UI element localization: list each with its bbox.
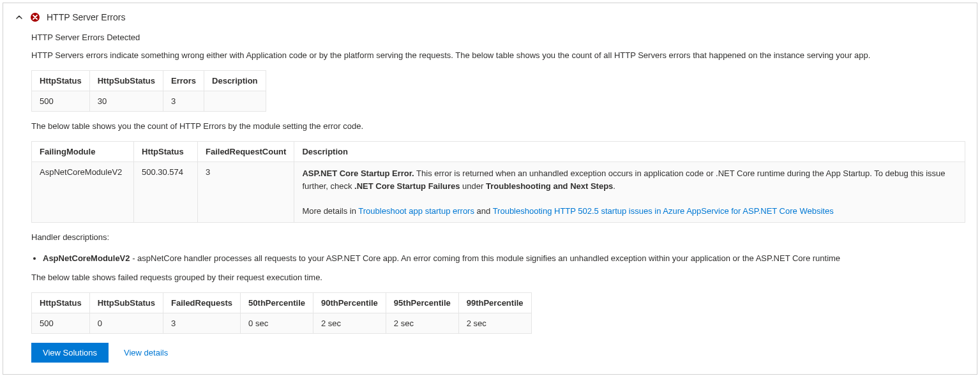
desc-text: .	[613, 181, 615, 191]
http-server-errors-panel: HTTP Server Errors HTTP Server Errors De…	[3, 3, 977, 375]
cell-95th: 2 sec	[386, 313, 458, 333]
col-description: Description	[204, 71, 266, 91]
desc-more-prefix: More details in	[302, 206, 358, 216]
table-row: 500 30 3	[32, 91, 266, 112]
troubleshoot-startup-link[interactable]: Troubleshoot app startup errors	[358, 206, 474, 216]
col-50th: 50thPercentile	[241, 292, 313, 313]
col-failedrequestcount: FailedRequestCount	[198, 142, 294, 162]
desc-section-name: .NET Core Startup Failures	[354, 181, 460, 191]
desc-error-name: ASP.NET Core Startup Error.	[302, 169, 414, 178]
errors-summary-table: HttpStatus HttpSubStatus Errors Descript…	[31, 70, 266, 112]
intro-text: HTTP Servers errors indicate something w…	[31, 50, 965, 61]
col-description: Description	[294, 142, 965, 162]
percentile-intro-text: The below table shows failed requests gr…	[31, 272, 965, 283]
troubleshoot-5025-link[interactable]: Troubleshooting HTTP 502.5 startup issue…	[493, 206, 834, 216]
cell-failedrequests: 3	[163, 313, 241, 333]
error-icon	[30, 12, 40, 22]
cell-description	[204, 91, 266, 112]
list-item: AspNetCoreModuleV2 - aspNetCore handler …	[43, 253, 965, 264]
panel-content: HTTP Server Errors Detected HTTP Servers…	[31, 33, 965, 363]
actions-row: View Solutions View details	[31, 343, 965, 363]
cell-httpsubstatus: 0	[89, 313, 163, 333]
desc-text: and	[474, 206, 493, 216]
table-header-row: HttpStatus HttpSubStatus FailedRequests …	[32, 292, 532, 313]
table-header-row: FailingModule HttpStatus FailedRequestCo…	[32, 142, 965, 162]
desc-section-name: Troubleshooting and Next Steps	[486, 181, 613, 191]
cell-90th: 2 sec	[313, 313, 386, 333]
table-header-row: HttpStatus HttpSubStatus Errors Descript…	[32, 71, 266, 91]
percentile-table: HttpStatus HttpSubStatus FailedRequests …	[31, 292, 532, 334]
col-httpstatus: HttpStatus	[32, 71, 90, 91]
col-httpstatus: HttpStatus	[32, 292, 90, 313]
col-errors: Errors	[163, 71, 204, 91]
cell-failingmodule: AspNetCoreModuleV2	[32, 162, 134, 223]
collapse-chevron-icon[interactable]	[15, 13, 24, 22]
col-95th: 95thPercentile	[386, 292, 458, 313]
cell-httpstatus: 500.30.574	[134, 162, 198, 223]
handler-list: AspNetCoreModuleV2 - aspNetCore handler …	[43, 253, 965, 264]
cell-50th: 0 sec	[241, 313, 313, 333]
desc-text: under	[460, 181, 485, 191]
cell-99th: 2 sec	[458, 313, 531, 333]
col-httpstatus: HttpStatus	[134, 142, 198, 162]
panel-header: HTTP Server Errors	[15, 12, 965, 22]
col-90th: 90thPercentile	[313, 292, 386, 313]
panel-title: HTTP Server Errors	[47, 12, 125, 22]
col-httpsubstatus: HttpSubStatus	[89, 71, 163, 91]
col-failingmodule: FailingModule	[32, 142, 134, 162]
module-intro-text: The below table shows you the count of H…	[31, 121, 965, 132]
cell-description: ASP.NET Core Startup Error. This error i…	[294, 162, 965, 223]
failing-module-table: FailingModule HttpStatus FailedRequestCo…	[31, 141, 965, 223]
view-solutions-button[interactable]: View Solutions	[31, 343, 109, 363]
col-httpsubstatus: HttpSubStatus	[89, 292, 163, 313]
handler-text: - aspNetCore handler processes all reque…	[130, 253, 841, 263]
col-failedrequests: FailedRequests	[163, 292, 241, 313]
cell-httpstatus: 500	[32, 91, 90, 112]
handler-name: AspNetCoreModuleV2	[43, 253, 130, 263]
cell-httpsubstatus: 30	[89, 91, 163, 112]
table-row: 500 0 3 0 sec 2 sec 2 sec 2 sec	[32, 313, 532, 333]
subheading: HTTP Server Errors Detected	[31, 33, 965, 42]
cell-httpstatus: 500	[32, 313, 90, 333]
view-details-link[interactable]: View details	[124, 348, 168, 357]
table-row: AspNetCoreModuleV2 500.30.574 3 ASP.NET …	[32, 162, 965, 223]
handler-heading: Handler descriptions:	[31, 232, 965, 243]
cell-errors: 3	[163, 91, 204, 112]
cell-failedrequestcount: 3	[198, 162, 294, 223]
col-99th: 99thPercentile	[458, 292, 531, 313]
